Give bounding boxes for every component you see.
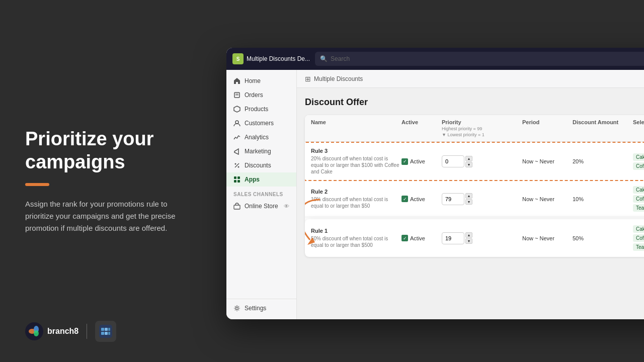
product-tag: Coffee – Default Title bbox=[633, 162, 644, 170]
rule2-checkbox[interactable] bbox=[401, 196, 408, 202]
product-tag: Coffee – Default Title bbox=[633, 234, 644, 242]
rule3-period: Now ~ Never bbox=[522, 158, 573, 164]
rule1-stepper-down[interactable]: ▼ bbox=[465, 238, 472, 244]
product-tag: Tea – Default Title bbox=[633, 204, 644, 212]
customers-icon bbox=[233, 120, 240, 127]
svg-rect-20 bbox=[237, 176, 240, 179]
svg-rect-7 bbox=[105, 328, 108, 331]
product-tag: Tea – Default Title bbox=[633, 243, 644, 251]
svg-rect-19 bbox=[234, 176, 236, 179]
sidebar-item-apps[interactable]: Apps bbox=[226, 172, 296, 187]
rule3-stepper-up[interactable]: ▲ bbox=[465, 156, 472, 161]
rule3-checkbox[interactable] bbox=[401, 158, 408, 165]
sidebar-item-home[interactable]: Home bbox=[226, 74, 296, 88]
rule3-name: Rule 3 bbox=[311, 148, 401, 154]
store-icon bbox=[233, 203, 240, 210]
discount-table: Name Active Priority Highest priority = … bbox=[305, 115, 644, 257]
sidebar: Home Orders Products Customers Analytics bbox=[226, 70, 297, 319]
svg-rect-23 bbox=[234, 205, 240, 209]
svg-rect-21 bbox=[234, 180, 236, 183]
breadcrumb: ⊞ Multiple Discounts by Branch8 bbox=[297, 70, 644, 88]
search-placeholder: Search bbox=[331, 55, 350, 62]
breadcrumb-icon: ⊞ bbox=[305, 75, 311, 83]
rule2-products: Cake – Default Title Coffee – Default Ti… bbox=[633, 186, 644, 212]
sidebar-item-label: Analytics bbox=[245, 134, 269, 141]
analytics-icon bbox=[233, 134, 240, 141]
rule2-name-cell: Rule 2 10% discount off when total cost … bbox=[311, 189, 401, 209]
sidebar-item-label: Orders bbox=[245, 92, 263, 99]
rule3-priority-input[interactable] bbox=[442, 155, 464, 167]
rule2-priority-input[interactable] bbox=[442, 193, 464, 205]
sidebar-item-settings[interactable]: Settings bbox=[226, 301, 296, 315]
left-panel: Prioritize your campaigns Assign the ran… bbox=[0, 0, 226, 362]
svg-point-24 bbox=[236, 307, 238, 310]
settings-icon bbox=[233, 305, 240, 312]
svg-rect-6 bbox=[101, 332, 104, 335]
col-priority: Priority Highest priority = 99 ▼ Lowest … bbox=[442, 119, 522, 137]
branch8-logo: Home branch8 bbox=[25, 322, 78, 340]
product-tag: Cake – Default Title bbox=[633, 153, 644, 161]
apps-icon bbox=[233, 176, 240, 183]
sidebar-item-orders[interactable]: Orders bbox=[226, 88, 296, 102]
col-name: Name bbox=[311, 119, 401, 125]
sidebar-item-label: Customers bbox=[245, 120, 274, 127]
discount-offer-header: Discount Offer Create Discount ◀ ▶ bbox=[305, 95, 644, 109]
rule3-products: Cake – Default Title Coffee – Default Ti… bbox=[633, 153, 644, 170]
page-headline: Prioritize your campaigns bbox=[25, 128, 201, 173]
col-discount: Discount Amount bbox=[573, 119, 633, 125]
sidebar-item-marketing[interactable]: Marketing bbox=[226, 144, 296, 158]
rule2-stepper-up[interactable]: ▲ bbox=[465, 193, 472, 199]
sidebar-item-online-store[interactable]: Online Store 👁 bbox=[226, 199, 296, 213]
sidebar-item-label: Apps bbox=[245, 176, 260, 183]
rule2-discount: 10% bbox=[573, 196, 633, 202]
shopify-icon: S bbox=[232, 53, 244, 64]
rule1-active: Active bbox=[401, 235, 442, 241]
table-row-rule1: Rule 1 50% discount off when total cost … bbox=[305, 219, 644, 257]
sidebar-item-label: Marketing bbox=[245, 148, 271, 155]
rule3-priority: ▲ ▼ bbox=[442, 155, 522, 167]
content-area: Discount Offer Create Discount ◀ ▶ Na bbox=[297, 88, 644, 319]
product-tag: Cake – Default Title bbox=[633, 225, 644, 233]
rule3-desc: 20% discount off when total cost is equa… bbox=[311, 155, 401, 175]
product-tag: Coffee – Default Title bbox=[633, 195, 644, 203]
decorative-bar bbox=[25, 183, 49, 186]
rule1-stepper-up[interactable]: ▲ bbox=[465, 232, 472, 238]
rule1-period: Now ~ Never bbox=[522, 235, 573, 241]
products-icon bbox=[233, 106, 240, 113]
rule2-active: Active bbox=[401, 196, 442, 202]
sidebar-item-discounts[interactable]: Discounts bbox=[226, 158, 296, 172]
rule2-period: Now ~ Never bbox=[522, 196, 573, 202]
discount-offer-title: Discount Offer bbox=[305, 97, 368, 108]
sidebar-item-label: Settings bbox=[245, 305, 266, 312]
topbar-logo: S Multiple Discounts De... bbox=[232, 53, 310, 64]
store-name-left: Multiple Discounts De... bbox=[247, 55, 310, 62]
sidebar-item-customers[interactable]: Customers bbox=[226, 116, 296, 130]
rule2-stepper-down[interactable]: ▼ bbox=[465, 199, 472, 205]
svg-marker-14 bbox=[234, 106, 240, 112]
svg-point-16 bbox=[235, 163, 236, 165]
discounts-icon bbox=[233, 162, 240, 169]
rule1-priority-input[interactable] bbox=[442, 232, 464, 244]
sidebar-item-label: Home bbox=[245, 77, 261, 84]
search-bar[interactable]: 🔍 Search bbox=[315, 52, 644, 66]
rule1-checkbox[interactable] bbox=[401, 235, 408, 241]
breadcrumb-label: Multiple Discounts bbox=[314, 75, 363, 82]
svg-rect-8 bbox=[105, 332, 108, 335]
main-content: ⊞ Multiple Discounts by Branch8 Discount… bbox=[297, 70, 644, 319]
search-icon: 🔍 bbox=[320, 55, 328, 62]
rule1-products: Cake – Default Title Coffee – Default Ti… bbox=[633, 225, 644, 251]
logos-bar: Home branch8 bbox=[25, 321, 116, 342]
col-active: Active bbox=[401, 119, 442, 125]
sales-channels-label: SALES CHANNELS bbox=[226, 187, 296, 199]
svg-rect-5 bbox=[101, 328, 104, 331]
logo-divider bbox=[87, 324, 87, 339]
rule2-name: Rule 2 bbox=[311, 189, 401, 195]
sidebar-item-label: Discounts bbox=[245, 162, 271, 169]
topbar: S Multiple Discounts De... 🔍 Search MA M… bbox=[226, 48, 644, 70]
rule3-stepper-down[interactable]: ▼ bbox=[465, 162, 472, 167]
rule2-desc: 10% discount off when total cost is equa… bbox=[311, 196, 401, 209]
sidebar-item-label: Products bbox=[245, 106, 268, 113]
sidebar-item-products[interactable]: Products bbox=[226, 102, 296, 116]
rule3-discount: 20% bbox=[573, 158, 633, 164]
sidebar-item-analytics[interactable]: Analytics bbox=[226, 130, 296, 144]
